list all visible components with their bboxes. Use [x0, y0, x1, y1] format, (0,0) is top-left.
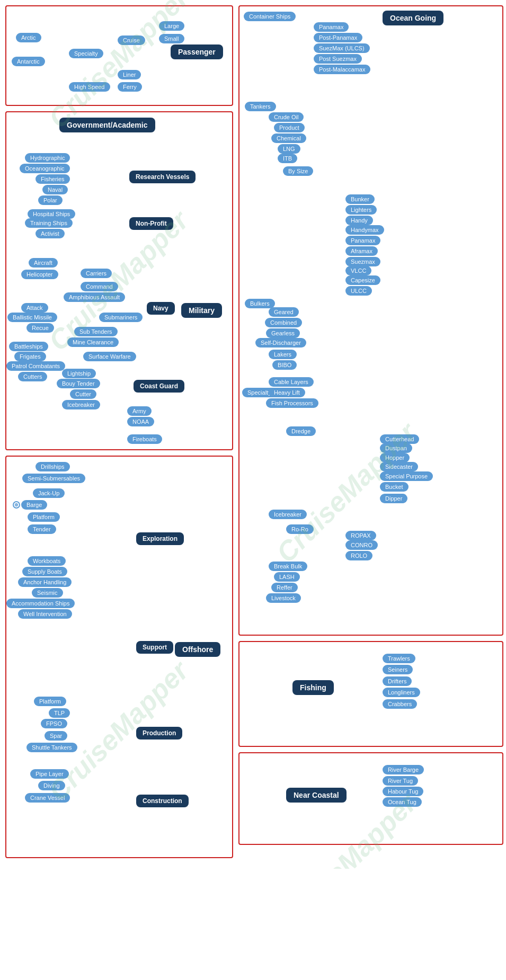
small-node: Small — [159, 34, 184, 43]
semi-submersables-node: Semi-Submersables — [22, 474, 85, 483]
gov-title: Government/Academic — [59, 118, 155, 132]
ocean-going-section: Ocean Going — [238, 5, 503, 636]
fishing-label: Fishing — [292, 680, 334, 695]
government-section: Government/Academic — [5, 111, 233, 450]
svg-line-125 — [353, 662, 383, 690]
svg-line-15 — [67, 163, 129, 181]
polar-node: Polar — [38, 195, 63, 205]
svg-line-3 — [147, 32, 160, 42]
panamax2-node: Panamax — [345, 236, 380, 245]
hospital-ships-node: Hospital Ships — [28, 209, 75, 219]
river-tug-node: River Tug — [383, 776, 418, 786]
tlp-node: TLP — [49, 708, 70, 718]
svg-line-52 — [45, 521, 134, 532]
ocean-going-title: Ocean Going — [383, 11, 443, 25]
svg-line-13 — [67, 148, 128, 194]
workboats-node: Workboats — [28, 556, 66, 566]
recue-node: Recue — [26, 323, 54, 333]
sub-tenders-node: Sub Tenders — [74, 327, 118, 336]
crude-oil-node: Crude Oil — [269, 112, 304, 122]
lash-node: LASH — [274, 572, 300, 582]
helicopter-node: Helicopter — [21, 270, 58, 279]
fishing-section: Fishing Trawlers Seiners Drifters Longli… — [238, 641, 503, 747]
self-discharger-node: Self-Discharger — [255, 338, 306, 348]
cable-layers-node: Cable Layers — [269, 377, 314, 387]
lakers-node: Lakers — [269, 350, 297, 359]
svg-line-85 — [282, 176, 308, 192]
gearless-node: Gearless — [266, 328, 300, 338]
longliners-node: Longliners — [383, 688, 420, 697]
svg-line-126 — [353, 674, 383, 690]
activist-node: Activist — [35, 229, 65, 238]
post-panamax-node: Post-Panamax — [314, 33, 362, 42]
ocean-tug-node: Ocean Tug — [383, 797, 422, 807]
supply-boats-node: Supply Boats — [22, 567, 67, 576]
liner-node: Liner — [118, 70, 141, 79]
svg-line-10 — [67, 148, 128, 163]
rolo-node: ROLO — [345, 551, 372, 560]
svg-line-16 — [67, 181, 129, 205]
seiners-node: Seiners — [383, 665, 413, 674]
vlcc-node: VLCC — [345, 266, 371, 275]
mine-clearance-node: Mine Clearance — [67, 337, 119, 347]
svg-line-1 — [45, 58, 69, 66]
barge-node: ⊕ Barge — [13, 500, 47, 510]
combined-node: Combined — [265, 318, 302, 327]
ropax-node: ROPAX — [345, 531, 376, 540]
lightship-node: Lightship — [62, 369, 96, 378]
lighters-node: Lighters — [345, 205, 377, 215]
frigates-node: Frigates — [14, 352, 46, 361]
fireboats-node: Fireboats — [127, 434, 162, 444]
reffer-node: Reffer — [271, 583, 298, 592]
hopper-node: Hopper — [380, 453, 410, 462]
svg-line-132 — [353, 796, 383, 797]
naval-node: Naval — [42, 185, 68, 194]
oceanographic-node: Oceanographic — [20, 164, 70, 173]
cutter-node: Cutter — [70, 389, 96, 399]
ulcc-node: ULCC — [345, 286, 372, 296]
svg-line-130 — [353, 774, 383, 797]
ro-ro-node: Ro-Ro — [286, 524, 314, 534]
svg-line-129 — [353, 690, 383, 708]
near-coastal-section: Near Coastal River Barge River Tug Habou… — [238, 752, 503, 845]
research-vessels-node: Research Vessels — [129, 171, 196, 183]
container-ships-node: Container Ships — [244, 12, 296, 21]
dipper-node: Dipper — [380, 494, 407, 503]
well-intervention-node: Well Intervention — [18, 609, 72, 619]
accommodation-ships-node: Accommodation Ships — [6, 599, 75, 608]
bibo-node: BIBO — [272, 360, 297, 370]
spar-node: Spar — [45, 731, 67, 741]
fish-processors-node: Fish Processors — [266, 398, 318, 408]
carriers-node: Carriers — [81, 269, 112, 278]
svg-line-12 — [67, 148, 128, 184]
arctic-node: Arctic — [16, 33, 41, 42]
construction-node: Construction — [136, 795, 189, 807]
svg-line-14 — [67, 148, 128, 205]
ferry-node: Ferry — [118, 82, 142, 92]
post-suezmax-node: Post Suezmax — [314, 54, 362, 64]
habour-tug-node: Habour Tug — [383, 787, 423, 796]
svg-line-0 — [45, 42, 69, 58]
exploration-node: Exploration — [136, 532, 184, 545]
diving-node: Diving — [38, 781, 65, 790]
attack-node: Attack — [21, 303, 48, 313]
military-label: Military — [181, 303, 222, 318]
svg-line-19 — [67, 218, 129, 238]
main-container: CruiseMapper CruiseMapper CruiseMapper C… — [0, 0, 506, 869]
special-purpose-node: Special Purpose — [380, 471, 433, 481]
trawlers-node: Trawlers — [383, 654, 415, 663]
offshore-label: Offshore — [175, 642, 220, 657]
svg-line-18 — [67, 218, 129, 228]
river-barge-node: River Barge — [383, 765, 424, 774]
crane-vessel-node: Crane Vessel — [25, 793, 70, 803]
handymax-node: Handymax — [345, 225, 384, 235]
product-node: Product — [274, 123, 305, 132]
antarctic-node: Antarctic — [12, 57, 45, 66]
drillships-node: Drillships — [35, 462, 70, 471]
svg-line-131 — [353, 785, 383, 797]
aircraft-node: Aircraft — [29, 258, 58, 268]
svg-line-11 — [67, 148, 128, 173]
svg-line-50 — [49, 498, 134, 510]
patrol-combatants-node: Patrol Combatants — [6, 361, 65, 371]
high-speed-node: High Speed — [69, 82, 110, 92]
